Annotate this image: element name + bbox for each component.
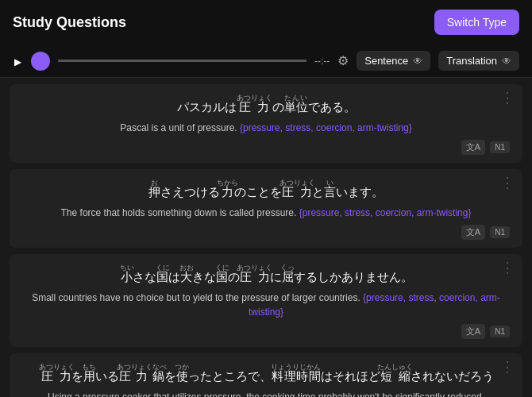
card-japanese-1: パスカルは圧力あつりょくの単位たんいである。 xyxy=(22,94,510,118)
progress-bar[interactable] xyxy=(58,60,306,62)
sentence-label: Sentence xyxy=(364,55,408,67)
controls-bar: ▶ --:-- ⚙ Sentence 👁 Translation 👁 xyxy=(0,44,532,78)
card-japanese-2: 押おさえつける力ちからのことを圧力あつりょくと言いいます。 xyxy=(22,179,510,202)
study-card-1: ⋮ パスカルは圧力あつりょくの単位たんいである。 Pascal is a uni… xyxy=(10,84,522,163)
level-badge-2: N1 xyxy=(490,226,510,238)
time-display: --:-- xyxy=(314,56,330,67)
progress-indicator xyxy=(31,52,50,71)
translate-badge-3: 文A xyxy=(461,324,485,339)
header: Study Questions Switch Type xyxy=(0,0,532,44)
card-tags-1: {pressure, stress, coercion, arm-twistin… xyxy=(240,122,412,133)
progress-fill xyxy=(58,60,306,62)
study-card-4: ⋮ 圧力あつりょくを用もちいる圧力鍋あつりょくなべを使つかったところで、料理時間… xyxy=(10,353,522,397)
card-tags-2: {pressure, stress, coercion, arm-twistin… xyxy=(299,207,472,218)
study-card-3: ⋮ 小ちいさな国くには大おおきな国くにの圧力あつりょくに屈くっするしかありません… xyxy=(10,254,522,347)
card-footer-1: 文A N1 xyxy=(22,140,510,155)
card-english-1: Pascal is a unit of pressure. {pressure,… xyxy=(22,121,510,135)
translate-badge-1: 文A xyxy=(461,140,485,155)
card-english-4: Using a pressure cooker that utilizes pr… xyxy=(22,390,510,397)
settings-button[interactable]: ⚙ xyxy=(337,53,349,68)
card-menu-button-3[interactable]: ⋮ xyxy=(500,260,515,275)
card-english-2: The force that holds something down is c… xyxy=(22,206,510,220)
card-japanese-3: 小ちいさな国くには大おおきな国くにの圧力あつりょくに屈くっするしかありません。 xyxy=(22,264,510,287)
card-footer-2: 文A N1 xyxy=(22,225,510,240)
translation-toggle[interactable]: Translation 👁 xyxy=(438,51,519,71)
card-menu-button-4[interactable]: ⋮ xyxy=(500,360,515,374)
translation-eye-icon: 👁 xyxy=(502,56,511,67)
card-english-3: Small countries have no choice but to yi… xyxy=(22,291,510,319)
translate-badge-2: 文A xyxy=(461,225,485,240)
sentence-eye-icon: 👁 xyxy=(413,56,422,67)
sentence-toggle[interactable]: Sentence 👁 xyxy=(357,51,430,71)
card-menu-button-2[interactable]: ⋮ xyxy=(500,175,515,190)
card-footer-3: 文A N1 xyxy=(22,324,510,339)
study-card-2: ⋮ 押おさえつける力ちからのことを圧力あつりょくと言いいます。 The forc… xyxy=(10,169,522,248)
level-badge-3: N1 xyxy=(490,326,510,337)
card-japanese-4: 圧力あつりょくを用もちいる圧力鍋あつりょくなべを使つかったところで、料理時間りょ… xyxy=(22,363,510,387)
page-title: Study Questions xyxy=(13,14,126,31)
switch-type-button[interactable]: Switch Type xyxy=(434,10,519,35)
translation-label: Translation xyxy=(446,55,497,67)
level-badge-1: N1 xyxy=(490,141,510,153)
play-button[interactable]: ▶ xyxy=(13,53,23,69)
play-icon: ▶ xyxy=(14,56,21,67)
card-menu-button-1[interactable]: ⋮ xyxy=(500,91,515,105)
gear-icon: ⚙ xyxy=(337,54,349,67)
cards-container: ⋮ パスカルは圧力あつりょくの単位たんいである。 Pascal is a uni… xyxy=(0,78,532,397)
